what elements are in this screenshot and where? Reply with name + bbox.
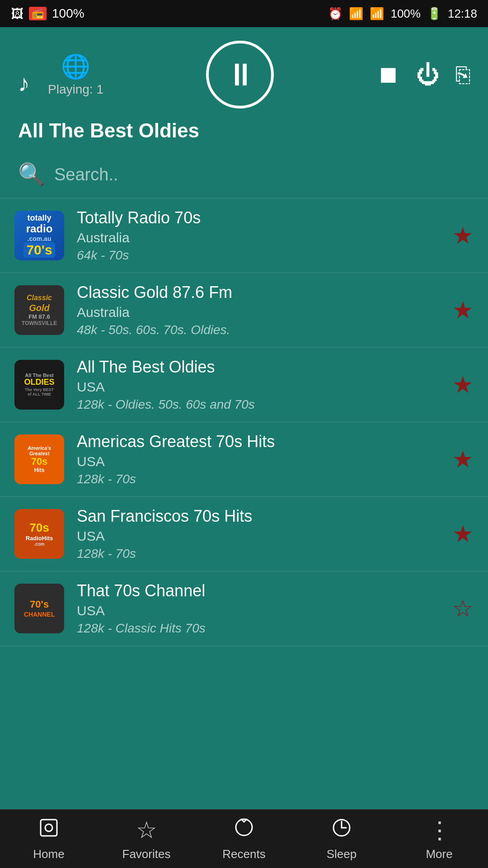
svg-point-1 xyxy=(45,824,52,831)
status-left-icons: 🖼 📻 100% xyxy=(11,6,84,21)
station-country: Australia xyxy=(77,305,440,320)
station-info: Americas Greatest 70s Hits USA 128k - 70… xyxy=(77,432,440,486)
status-number: 100% xyxy=(52,6,84,21)
music-icon[interactable]: ♪ xyxy=(18,70,30,97)
now-playing-title: All The Best Oldies xyxy=(18,119,199,142)
stop-icon[interactable]: ⏹ xyxy=(376,61,400,88)
station-info: Classic Gold 87.6 Fm Australia 48k - 50s… xyxy=(77,283,440,337)
pause-button[interactable]: ⏸ xyxy=(206,41,274,108)
list-item[interactable]: All The Best OLDIES The Very BESTof ALL … xyxy=(0,348,488,422)
favorite-star[interactable]: ☆ xyxy=(452,595,474,622)
nav-item-favorites[interactable]: ☆ Favorites xyxy=(98,816,195,861)
station-name: That 70s Channel xyxy=(77,581,440,600)
signal-icon: 📶 xyxy=(370,7,384,21)
nav-item-home[interactable]: Home xyxy=(0,817,98,861)
station-meta: 128k - Oldies. 50s. 60s and 70s xyxy=(77,397,440,412)
favorite-star[interactable]: ★ xyxy=(452,446,474,473)
right-controls: ⏹ ⏻ ⎘ xyxy=(376,61,470,88)
list-item[interactable]: America's Greatest 70s Hits Americas Gre… xyxy=(0,422,488,497)
radio-icon: 📻 xyxy=(29,7,47,20)
station-name: Classic Gold 87.6 Fm xyxy=(77,283,440,302)
share-icon[interactable]: ⎘ xyxy=(456,61,470,88)
player-header: ♪ 🌐 Playing: 1 ⏸ ⏹ ⏻ ⎘ All The Best Oldi… xyxy=(0,27,488,151)
left-controls: ♪ 🌐 Playing: 1 xyxy=(18,53,103,97)
globe-icon[interactable]: 🌐 xyxy=(61,53,90,80)
bottom-nav: Home ☆ Favorites Recents Sleep ⋮ More xyxy=(0,809,488,868)
list-item[interactable]: totally radio .com.au 70's Totally Radio… xyxy=(0,198,488,273)
playing-label: Playing: 1 xyxy=(48,82,103,97)
favorites-label: Favorites xyxy=(122,847,171,861)
nav-item-sleep[interactable]: Sleep xyxy=(293,817,390,861)
station-info: Totally Radio 70s Australia 64k - 70s xyxy=(77,208,440,263)
recents-icon xyxy=(233,816,255,844)
station-meta: 48k - 50s. 60s. 70s. Oldies. xyxy=(77,323,440,337)
station-list: totally radio .com.au 70's Totally Radio… xyxy=(0,198,488,646)
station-name: San Franciscos 70s Hits xyxy=(77,507,440,526)
station-meta: 128k - 70s xyxy=(77,547,440,561)
search-input[interactable] xyxy=(54,165,470,184)
sleep-icon xyxy=(331,817,352,844)
station-logo: totally radio .com.au 70's xyxy=(14,211,64,260)
favorite-star[interactable]: ★ xyxy=(452,371,474,398)
photo-icon: 🖼 xyxy=(11,6,23,21)
station-info: All The Best Oldies USA 128k - Oldies. 5… xyxy=(77,358,440,412)
station-country: USA xyxy=(77,528,440,544)
station-info: That 70s Channel USA 128k - Classic Hits… xyxy=(77,581,440,636)
station-meta: 64k - 70s xyxy=(77,248,440,263)
alarm-icon: ⏰ xyxy=(328,7,343,21)
station-name: Totally Radio 70s xyxy=(77,208,440,227)
status-bar: 🖼 📻 100% ⏰ 📶 📶 100% 🔋 12:18 xyxy=(0,0,488,27)
station-logo: America's Greatest 70s Hits xyxy=(14,434,64,484)
power-icon[interactable]: ⏻ xyxy=(416,61,440,88)
list-item[interactable]: Classic Gold FM 87.6 TOWNSVILLE Classic … xyxy=(0,273,488,348)
station-logo: All The Best OLDIES The Very BESTof ALL … xyxy=(14,360,64,410)
station-country: USA xyxy=(77,603,440,618)
search-bar: 🔍 xyxy=(0,151,488,198)
station-meta: 128k - Classic Hits 70s xyxy=(77,621,440,636)
favorite-star[interactable]: ★ xyxy=(452,297,474,324)
favorite-star[interactable]: ★ xyxy=(452,520,474,547)
pause-icon: ⏸ xyxy=(225,57,255,93)
globe-wrap: 🌐 Playing: 1 xyxy=(48,53,103,97)
station-country: Australia xyxy=(77,230,440,245)
nav-item-recents[interactable]: Recents xyxy=(195,816,293,861)
more-label: More xyxy=(426,847,452,861)
favorites-icon: ☆ xyxy=(136,816,157,844)
search-icon: 🔍 xyxy=(18,162,45,187)
home-label: Home xyxy=(33,847,64,861)
svg-rect-0 xyxy=(41,820,57,836)
station-meta: 128k - 70s xyxy=(77,472,440,486)
station-logo: 70's CHANNEL xyxy=(14,584,64,633)
status-right-icons: ⏰ 📶 📶 100% 🔋 12:18 xyxy=(328,7,477,21)
nav-item-more[interactable]: ⋮ More xyxy=(390,816,488,861)
recents-label: Recents xyxy=(222,847,265,861)
station-country: USA xyxy=(77,454,440,469)
more-icon: ⋮ xyxy=(428,816,450,844)
battery-icon: 🔋 xyxy=(427,7,441,21)
station-info: San Franciscos 70s Hits USA 128k - 70s xyxy=(77,507,440,561)
station-country: USA xyxy=(77,379,440,395)
list-item[interactable]: 70's CHANNEL That 70s Channel USA 128k -… xyxy=(0,571,488,646)
station-logo: 70s RadioHits .com xyxy=(14,509,64,559)
player-controls-row: ♪ 🌐 Playing: 1 ⏸ ⏹ ⏻ ⎘ xyxy=(18,41,470,108)
home-icon xyxy=(38,817,60,844)
wifi-icon: 📶 xyxy=(349,7,363,21)
station-name: Americas Greatest 70s Hits xyxy=(77,432,440,451)
sleep-label: Sleep xyxy=(327,847,357,861)
favorite-star[interactable]: ★ xyxy=(452,222,474,249)
station-logo: Classic Gold FM 87.6 TOWNSVILLE xyxy=(14,285,64,335)
station-name: All The Best Oldies xyxy=(77,358,440,377)
battery-percent: 100% xyxy=(390,7,421,21)
time-display: 12:18 xyxy=(448,7,477,21)
list-item[interactable]: 70s RadioHits .com San Franciscos 70s Hi… xyxy=(0,497,488,571)
